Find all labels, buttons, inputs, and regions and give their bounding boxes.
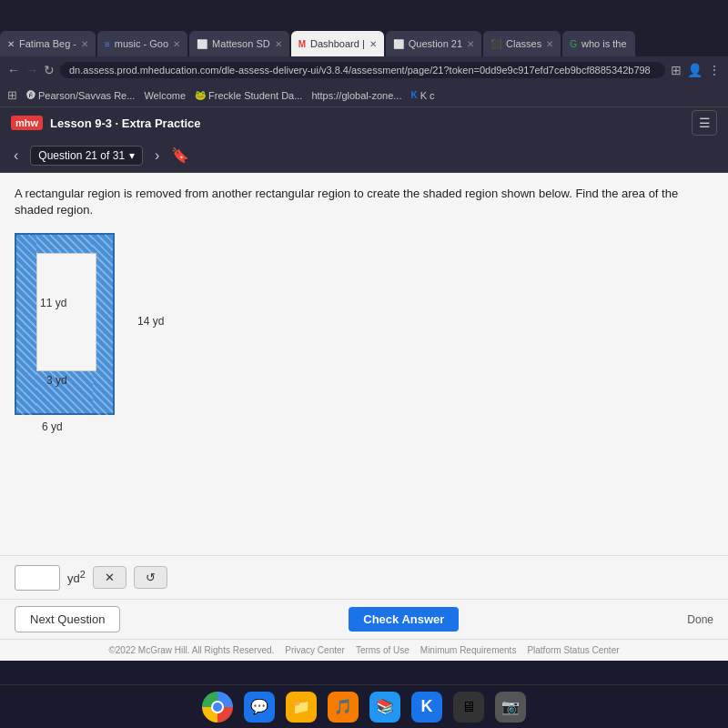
label-3yd: 3 yd (46, 374, 67, 387)
question-selector[interactable]: Question 21 of 31 ▾ (30, 146, 143, 166)
lesson-title: Lesson 9-3 · Extra Practice (50, 116, 200, 130)
tab-close-icon[interactable]: ✕ (369, 39, 377, 49)
tab-close-icon[interactable]: ✕ (173, 39, 180, 49)
tab-fatima[interactable]: ✕ Fatima Beg - ✕ (0, 31, 96, 56)
unit-label: yd2 (67, 569, 86, 585)
undo-button[interactable]: ↺ (134, 566, 167, 589)
privacy-link[interactable]: Privacy Center (285, 645, 345, 655)
browser-chrome: ✕ Fatima Beg - ✕ ≡ music - Goo ✕ ⬜ Matte… (0, 25, 728, 107)
hatch-left (16, 235, 36, 417)
forward-button[interactable]: → (25, 63, 38, 77)
tab-close-icon[interactable]: ✕ (546, 39, 553, 49)
profile-icon[interactable]: 👤 (687, 63, 703, 77)
os-bar (0, 0, 728, 25)
taskbar: 💬 📁 🎵 📚 K 🖥 📷 (0, 684, 728, 728)
answer-input[interactable] (15, 565, 60, 591)
footer: ©2022 McGraw Hill. All Rights Reserved. … (0, 639, 728, 661)
apps-icon[interactable]: ⊞ (7, 88, 17, 102)
check-answer-btn[interactable]: Check Answer (349, 607, 459, 632)
tab-question[interactable]: ⬜ Question 21 ✕ (386, 31, 481, 56)
hatch-top (36, 235, 93, 253)
tab-close-icon[interactable]: ✕ (81, 39, 88, 49)
diagram-wrapper: 11 yd 3 yd 6 yd (15, 233, 115, 415)
outer-rectangle (15, 233, 115, 415)
taskbar-icon-4[interactable]: 🎵 (328, 692, 359, 723)
menu-toggle[interactable]: ☰ (692, 110, 717, 136)
clear-button[interactable]: ✕ (93, 566, 126, 589)
status-link[interactable]: Platform Status Center (527, 645, 619, 655)
next-question-btn[interactable]: Next Question (15, 606, 120, 632)
label-14yd: 14 yd (137, 315, 164, 328)
next-question-button[interactable]: › (150, 146, 164, 166)
bookmarks-bar: ⊞ 🅐 Pearson/Savvas Re... Welcome 🐸 Freck… (0, 84, 728, 107)
requirements-link[interactable]: Minimum Requirements (420, 645, 517, 655)
bookmark-welcome[interactable]: Welcome (144, 90, 186, 101)
prev-question-button[interactable]: ‹ (9, 146, 23, 166)
question-nav: ‹ Question 21 of 31 ▾ › 🔖 (0, 138, 728, 173)
taskbar-icon-3[interactable]: 📁 (286, 692, 317, 723)
url-input[interactable]: dn.assess.prod.mheducation.com/dle-asses… (60, 62, 665, 78)
bookmark-k[interactable]: K K c (410, 90, 434, 101)
tab-close-icon[interactable]: ✕ (275, 39, 282, 49)
label-11yd: 11 yd (40, 297, 66, 309)
bottom-nav: Next Question Check Answer Done (0, 599, 728, 639)
answer-section: yd2 ✕ ↺ (0, 555, 728, 599)
copyright-text: ©2022 McGraw Hill. All Rights Reserved. (108, 645, 274, 655)
bookmark-icon[interactable]: 🔖 (171, 147, 189, 164)
done-text: Done (687, 613, 713, 626)
app-header: mhw Lesson 9-3 · Extra Practice ☰ (0, 107, 728, 138)
diagram-container: 11 yd 3 yd 6 yd 14 yd (15, 233, 713, 415)
taskbar-k-icon[interactable]: K (411, 692, 442, 723)
tab-close-icon[interactable]: ✕ (467, 39, 474, 49)
mhw-badge: mhw (11, 116, 43, 130)
tab-dashboard[interactable]: M Dashboard | ✕ (291, 31, 384, 56)
bookmark-freckle[interactable]: 🐸 Freckle Student Da... (195, 90, 302, 101)
extensions-icon[interactable]: ⊞ (671, 63, 682, 77)
bookmark-pearson[interactable]: 🅐 Pearson/Savvas Re... (26, 90, 135, 101)
back-button[interactable]: ← (7, 63, 20, 77)
inner-rectangle (36, 253, 96, 371)
terms-link[interactable]: Terms of Use (356, 645, 410, 655)
tab-matteson[interactable]: ⬜ Matteson SD ✕ (189, 31, 289, 56)
reload-button[interactable]: ↻ (44, 63, 55, 77)
bookmark-global[interactable]: https://global-zone... (311, 90, 401, 101)
chevron-down-icon: ▾ (129, 149, 135, 162)
address-bar: ← → ↻ dn.assess.prod.mheducation.com/dle… (0, 56, 728, 84)
taskbar-icon-2[interactable]: 💬 (244, 692, 275, 723)
label-6yd: 6 yd (42, 420, 63, 433)
question-text: A rectangular region is removed from ano… (15, 186, 713, 218)
tab-classes[interactable]: ⬛ Classes ✕ (483, 31, 561, 56)
tab-music[interactable]: ≡ music - Goo ✕ (97, 31, 187, 56)
content-area: A rectangular region is removed from ano… (0, 173, 728, 555)
tab-who[interactable]: G who is the (562, 31, 635, 56)
menu-icon[interactable]: ⋮ (708, 63, 721, 77)
rect-diagram: 11 yd 3 yd 6 yd (15, 233, 115, 415)
taskbar-icon-7[interactable]: 🖥 (453, 692, 484, 723)
tab-bar: ✕ Fatima Beg - ✕ ≡ music - Goo ✕ ⬜ Matte… (0, 25, 728, 56)
taskbar-icon-5[interactable]: 📚 (369, 692, 400, 723)
taskbar-chrome-icon[interactable] (202, 692, 233, 723)
taskbar-icon-8[interactable]: 📷 (495, 692, 526, 723)
